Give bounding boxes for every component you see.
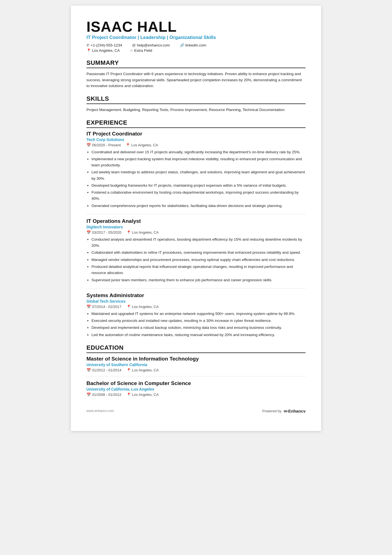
- candidate-name: ISAAC HALL: [86, 19, 306, 35]
- bullet-item: Executed security protocols and installe…: [91, 318, 306, 324]
- footer-website: www.enhancv.com: [86, 409, 114, 413]
- bullet-item: Led weekly team meetings to address proj…: [91, 169, 306, 182]
- edu-degree: Master of Science in Information Technol…: [86, 356, 306, 362]
- logo-icon: ∞: [284, 408, 287, 414]
- summary-section: SUMMARY Passionate IT Project Coordinato…: [86, 59, 306, 89]
- job-item: Systems Administrator Global Tech Servic…: [86, 292, 306, 338]
- job-bullets: Coordinated and delivered over 15 IT pro…: [86, 149, 306, 209]
- job-bullets: Conducted analysis and streamlined IT op…: [86, 236, 306, 283]
- bullet-item: Managed vendor relationships and procure…: [91, 257, 306, 263]
- edu-school: University of Southern California: [86, 362, 306, 367]
- email-contact: @ help@enhancv.com: [132, 43, 170, 47]
- job-company: Tech Corp Solutions: [86, 137, 306, 142]
- extra-field-text: Extra Field: [134, 48, 152, 53]
- calendar-icon: 📅: [86, 305, 91, 309]
- contact-row-2: 📍 Los Angeles, CA ☆ Extra Field: [86, 48, 306, 53]
- bullet-item: Generated comprehensive project reports …: [91, 203, 306, 209]
- edu-separator: [86, 376, 306, 376]
- job-date: 📅 06/2020 - Present: [86, 143, 121, 147]
- resume-page: ISAAC HALL IT Project Coordinator | Lead…: [71, 6, 321, 431]
- edu-location: 📍 Los Angeles, CA: [126, 393, 159, 397]
- edu-degree: Bachelor of Science in Computer Science: [86, 380, 306, 386]
- education-title: EDUCATION: [86, 344, 306, 353]
- edu-container: Master of Science in Information Technol…: [86, 356, 306, 397]
- job-separator: [86, 288, 306, 288]
- location-icon: 📍: [126, 143, 130, 147]
- edu-location: 📍 Los Angeles, CA: [126, 368, 159, 372]
- job-bullets: Maintained and upgraded IT systems for a…: [86, 311, 306, 338]
- footer: www.enhancv.com Powered by ∞ Enhancv: [86, 408, 306, 414]
- link-icon: 🔗: [180, 43, 184, 47]
- jobs-container: IT Project Coordinator Tech Corp Solutio…: [86, 131, 306, 338]
- bullet-item: Maintained and upgraded IT systems for a…: [91, 311, 306, 317]
- job-date: 📅 07/2014 - 02/2017: [86, 305, 121, 309]
- job-title: Systems Administrator: [86, 292, 306, 299]
- email-address: help@enhancv.com: [137, 43, 170, 47]
- experience-title: EXPERIENCE: [86, 119, 306, 128]
- email-icon: @: [132, 43, 136, 47]
- location-icon: 📍: [86, 48, 91, 53]
- edu-meta: 📅 01/2008 - 01/2012 📍 Los Angeles, CA: [86, 393, 306, 397]
- bullet-item: Conducted analysis and streamlined IT op…: [91, 236, 306, 249]
- calendar-icon: 📅: [86, 143, 91, 147]
- powered-by-text: Powered by: [262, 409, 282, 413]
- candidate-title: IT Project Coordinator | Leadership | Or…: [86, 35, 306, 40]
- job-title: IT Operations Analyst: [86, 218, 306, 224]
- footer-brand: Powered by ∞ Enhancv: [262, 408, 306, 414]
- bullet-item: Coordinated and delivered over 15 IT pro…: [91, 149, 306, 155]
- linkedin-contact: 🔗 linkedin.com: [180, 43, 206, 47]
- calendar-icon: 📅: [86, 393, 91, 397]
- calendar-icon: 📅: [86, 368, 91, 372]
- job-meta: 📅 03/2017 - 05/2020 📍 Los Angeles, CA: [86, 230, 306, 235]
- job-company: Global Tech Services: [86, 299, 306, 304]
- location-icon: 📍: [126, 305, 131, 309]
- skills-title: SKILLS: [86, 95, 306, 104]
- star-icon: ☆: [130, 48, 133, 53]
- location-text: Los Angeles, CA: [92, 48, 120, 53]
- bullet-item: Produced detailed analytical reports tha…: [91, 264, 306, 276]
- bullet-item: Supervised junior team members, mentorin…: [91, 277, 306, 283]
- location-contact: 📍 Los Angeles, CA: [86, 48, 120, 53]
- edu-meta: 📅 01/2012 - 01/2014 📍 Los Angeles, CA: [86, 368, 306, 372]
- experience-section: EXPERIENCE IT Project Coordinator Tech C…: [86, 119, 306, 338]
- job-meta: 📅 07/2014 - 02/2017 📍 Los Angeles, CA: [86, 305, 306, 309]
- job-company: Digitech Innovators: [86, 225, 306, 229]
- header: ISAAC HALL IT Project Coordinator | Lead…: [86, 19, 306, 53]
- job-separator: [86, 214, 306, 214]
- edu-item: Bachelor of Science in Computer Science …: [86, 380, 306, 397]
- bullet-item: Developed budgeting frameworks for IT pr…: [91, 182, 306, 189]
- linkedin-url: linkedin.com: [185, 43, 206, 47]
- brand-name: Enhancv: [288, 409, 306, 413]
- phone-icon: ✆: [86, 43, 90, 47]
- job-item: IT Project Coordinator Tech Corp Solutio…: [86, 131, 306, 209]
- bullet-item: Led the automation of routine maintenanc…: [91, 332, 306, 338]
- bullet-item: Developed and implemented a robust backu…: [91, 325, 306, 331]
- enhancv-logo: ∞ Enhancv: [284, 408, 306, 414]
- job-title: IT Project Coordinator: [86, 131, 306, 137]
- edu-school: University of California, Los Angeles: [86, 387, 306, 391]
- skills-section: SKILLS Project Management, Budgeting, Re…: [86, 95, 306, 113]
- bullet-item: Collaborated with stakeholders to refine…: [91, 250, 306, 256]
- summary-text: Passionate IT Project Coordinator with 6…: [86, 71, 306, 89]
- job-location: 📍 Los Angeles, CA: [126, 143, 158, 147]
- job-date: 📅 03/2017 - 05/2020: [86, 230, 121, 235]
- phone-contact: ✆ +1-(234)-555-1234: [86, 43, 122, 47]
- job-meta: 📅 06/2020 - Present 📍 Los Angeles, CA: [86, 143, 306, 147]
- bullet-item: Implemented a new project tracking syste…: [91, 156, 306, 169]
- education-section: EDUCATION Master of Science in Informati…: [86, 344, 306, 397]
- phone-number: +1-(234)-555-1234: [91, 43, 122, 47]
- calendar-icon: 📅: [86, 230, 91, 235]
- job-location: 📍 Los Angeles, CA: [126, 305, 159, 309]
- edu-date: 📅 01/2012 - 01/2014: [86, 368, 121, 372]
- location-icon: 📍: [126, 393, 131, 397]
- edu-date: 📅 01/2008 - 01/2012: [86, 393, 121, 397]
- skills-text: Project Management, Budgeting, Reporting…: [86, 107, 306, 113]
- location-icon: 📍: [126, 368, 131, 372]
- bullet-item: Fostered a collaborative environment by …: [91, 189, 306, 202]
- job-location: 📍 Los Angeles, CA: [126, 230, 159, 235]
- job-item: IT Operations Analyst Digitech Innovator…: [86, 218, 306, 283]
- summary-title: SUMMARY: [86, 59, 306, 68]
- extra-field-contact: ☆ Extra Field: [130, 48, 152, 53]
- location-icon: 📍: [126, 230, 131, 235]
- contact-row-1: ✆ +1-(234)-555-1234 @ help@enhancv.com 🔗…: [86, 43, 306, 48]
